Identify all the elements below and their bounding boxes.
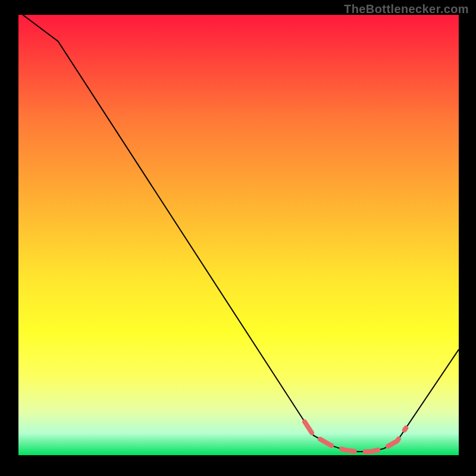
series-highlight-dashes <box>305 422 406 452</box>
chart-frame: TheBottlenecker.com <box>0 0 476 476</box>
attribution-text: TheBottlenecker.com <box>344 2 469 16</box>
series-line <box>23 15 459 452</box>
chart-svg <box>18 15 459 455</box>
